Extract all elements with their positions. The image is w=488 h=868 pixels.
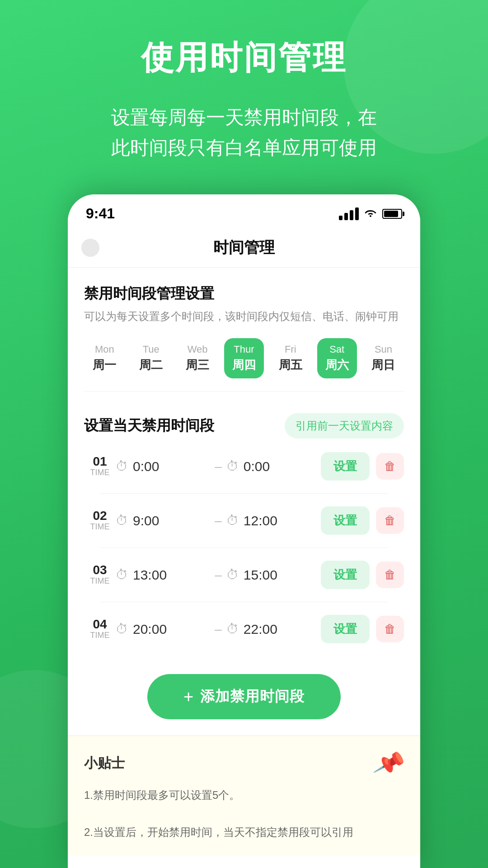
delete-button-1[interactable]: 🗑 xyxy=(376,453,404,480)
status-bar: 9:41 xyxy=(68,194,420,228)
time-start-1: ⏱ 0:00 xyxy=(116,459,210,474)
quote-button[interactable]: 引用前一天设置内容 xyxy=(285,413,404,439)
clock-icon-3b: ⏱ xyxy=(226,567,239,582)
wifi-icon xyxy=(364,207,377,221)
tab-wed[interactable]: Web 周三 xyxy=(178,338,217,378)
tips-header: 小贴士 📌 xyxy=(84,750,404,777)
tab-tue-zh: 周二 xyxy=(139,357,163,373)
add-btn-label: 添加禁用时间段 xyxy=(200,687,305,707)
divider-1 xyxy=(84,391,404,392)
set-button-1[interactable]: 设置 xyxy=(321,452,370,481)
time-row-1: 01 TIME ⏱ 0:00 – ⏱ 0:00 设置 🗑 xyxy=(84,452,404,481)
tab-sun[interactable]: Sun 周日 xyxy=(363,338,403,378)
set-button-4[interactable]: 设置 xyxy=(321,615,370,643)
time-section-title: 设置当天禁用时间段 xyxy=(84,416,214,436)
divider-r3 xyxy=(100,602,388,602)
pin-icon: 📌 xyxy=(371,746,407,781)
add-time-slot-button[interactable]: + 添加禁用时间段 xyxy=(147,674,341,719)
hero-subtitle: 设置每周每一天禁用时间段，在此时间段只有白名单应用可使用 xyxy=(27,102,461,163)
tab-sat[interactable]: Sat 周六 xyxy=(317,338,357,378)
time-end-2: ⏱ 12:00 xyxy=(226,513,321,528)
tab-mon[interactable]: Mon 周一 xyxy=(84,338,124,378)
nav-title: 时间管理 xyxy=(213,239,275,256)
section-header: 禁用时间段管理设置 可以为每天设置多个时间段，该时间段内仅短信、电话、闹钟可用 xyxy=(68,268,420,329)
time-row-2: 02 TIME ⏱ 9:00 – ⏱ 12:00 设置 � xyxy=(84,506,404,535)
time-start-2: ⏱ 9:00 xyxy=(116,513,210,528)
tab-fri-en: Fri xyxy=(285,344,296,355)
tips-text: 1.禁用时间段最多可以设置5个。 2.当设置后，开始禁用时间，当天不指定禁用段可… xyxy=(84,786,404,841)
time-end-4: ⏱ 22:00 xyxy=(226,622,321,637)
time-start-4: ⏱ 20:00 xyxy=(116,622,210,637)
set-button-2[interactable]: 设置 xyxy=(321,506,370,535)
time-end-1: ⏱ 0:00 xyxy=(226,459,321,474)
tab-thu-zh: 周四 xyxy=(232,357,256,373)
time-row-4: 04 TIME ⏱ 20:00 – ⏱ 22:00 设置 xyxy=(84,615,404,643)
tab-mon-zh: 周一 xyxy=(93,357,116,373)
tab-fri[interactable]: Fri 周五 xyxy=(271,338,310,378)
main-content: 禁用时间段管理设置 可以为每天设置多个时间段，该时间段内仅短信、电话、闹钟可用 … xyxy=(68,268,420,868)
phone-frame: 9:41 时间管理 xyxy=(68,194,420,868)
signal-icon xyxy=(339,208,359,220)
tips-section: 小贴士 📌 1.禁用时间段最多可以设置5个。 2.当设置后，开始禁用时间，当天不… xyxy=(68,736,420,855)
set-button-3[interactable]: 设置 xyxy=(321,561,370,589)
time-start-3: ⏱ 13:00 xyxy=(116,567,210,583)
delete-button-4[interactable]: 🗑 xyxy=(376,616,404,642)
clock-icon-4a: ⏱ xyxy=(116,622,128,637)
status-time: 9:41 xyxy=(86,205,115,222)
tab-tue-en: Tue xyxy=(143,344,160,355)
tab-thu-en: Thur xyxy=(234,344,254,355)
phone-mockup: 9:41 时间管理 xyxy=(27,194,461,868)
time-num-2: 02 TIME xyxy=(84,509,116,532)
clock-icon-2b: ⏱ xyxy=(226,513,239,528)
divider-r2 xyxy=(100,547,388,548)
tips-title: 小贴士 xyxy=(84,754,125,773)
day-tabs: Mon 周一 Tue 周二 Web 周三 Thur 周四 xyxy=(68,329,420,391)
time-row-3: 03 TIME ⏱ 13:00 – ⏱ 15:00 设置 xyxy=(84,561,404,589)
time-section-header: 设置当天禁用时间段 引用前一天设置内容 xyxy=(84,413,404,439)
divider-r1 xyxy=(100,493,388,494)
back-button[interactable] xyxy=(81,239,99,257)
status-icons xyxy=(339,207,402,221)
delete-button-2[interactable]: 🗑 xyxy=(376,507,404,534)
clock-icon-3a: ⏱ xyxy=(116,567,128,582)
clock-icon-1a: ⏱ xyxy=(116,459,128,474)
tab-tue[interactable]: Tue 周二 xyxy=(131,338,171,378)
tab-sat-zh: 周六 xyxy=(325,357,349,373)
tab-wed-en: Web xyxy=(188,344,208,355)
tab-thu[interactable]: Thur 周四 xyxy=(224,338,264,378)
tab-fri-zh: 周五 xyxy=(279,357,302,373)
time-num-4: 04 TIME xyxy=(84,618,116,640)
time-section: 设置当天禁用时间段 引用前一天设置内容 01 TIME ⏱ 0:00 xyxy=(68,404,420,665)
nav-bar: 时间管理 xyxy=(68,228,420,268)
time-num-1: 01 TIME xyxy=(84,455,116,477)
tab-wed-zh: 周三 xyxy=(186,357,209,373)
tab-mon-en: Mon xyxy=(95,344,114,355)
time-num-3: 03 TIME xyxy=(84,564,116,586)
add-plus-icon: + xyxy=(183,687,194,707)
clock-icon-4b: ⏱ xyxy=(226,622,239,637)
tab-sun-en: Sun xyxy=(375,344,392,355)
hero-title: 使用时间管理 xyxy=(27,36,461,80)
time-end-3: ⏱ 15:00 xyxy=(226,567,321,583)
clock-icon-2a: ⏱ xyxy=(116,513,128,528)
tab-sat-en: Sat xyxy=(329,344,344,355)
section-title: 禁用时间段管理设置 xyxy=(84,284,404,304)
battery-icon xyxy=(382,209,402,219)
tab-sun-zh: 周日 xyxy=(371,357,395,373)
clock-icon-1b: ⏱ xyxy=(226,459,239,474)
hero-section: 使用时间管理 设置每周每一天禁用时间段，在此时间段只有白名单应用可使用 9:41 xyxy=(0,0,488,868)
section-subtitle: 可以为每天设置多个时间段，该时间段内仅短信、电话、闹钟可用 xyxy=(84,308,404,325)
delete-button-3[interactable]: 🗑 xyxy=(376,561,404,588)
add-button-wrapper: + 添加禁用时间段 xyxy=(68,665,420,736)
